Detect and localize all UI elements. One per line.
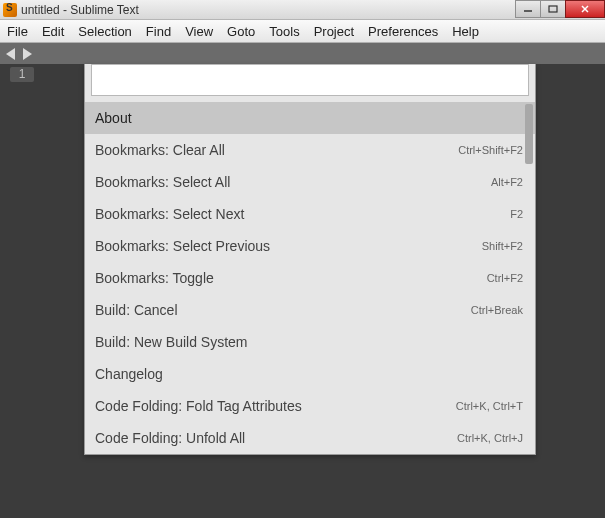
close-button[interactable] [565, 0, 605, 18]
palette-item-label: Code Folding: Unfold All [95, 430, 245, 446]
menu-selection[interactable]: Selection [71, 22, 138, 41]
title-bar: untitled - Sublime Text [0, 0, 605, 20]
palette-item-shortcut: Shift+F2 [482, 240, 523, 252]
menu-help[interactable]: Help [445, 22, 486, 41]
menu-bar: File Edit Selection Find View Goto Tools… [0, 20, 605, 43]
menu-view[interactable]: View [178, 22, 220, 41]
line-number-1: 1 [10, 67, 34, 82]
nav-forward-icon[interactable] [23, 48, 32, 60]
command-palette-input-wrap [85, 64, 535, 102]
app-icon [3, 3, 17, 17]
palette-item-label: Bookmarks: Clear All [95, 142, 225, 158]
palette-item-label: About [95, 110, 132, 126]
palette-item-label: Bookmarks: Select All [95, 174, 230, 190]
window-buttons [516, 0, 605, 19]
palette-item-bookmarks-select-all[interactable]: Bookmarks: Select All Alt+F2 [85, 166, 535, 198]
palette-item-code-folding-fold-tag-attributes[interactable]: Code Folding: Fold Tag Attributes Ctrl+K… [85, 390, 535, 422]
palette-item-label: Bookmarks: Select Next [95, 206, 244, 222]
palette-item-code-folding-unfold-all[interactable]: Code Folding: Unfold All Ctrl+K, Ctrl+J [85, 422, 535, 454]
minimize-button[interactable] [515, 0, 541, 18]
palette-item-shortcut: Ctrl+Shift+F2 [458, 144, 523, 156]
palette-item-bookmarks-select-next[interactable]: Bookmarks: Select Next F2 [85, 198, 535, 230]
palette-item-bookmarks-toggle[interactable]: Bookmarks: Toggle Ctrl+F2 [85, 262, 535, 294]
palette-item-build-new-build-system[interactable]: Build: New Build System [85, 326, 535, 358]
palette-item-label: Build: Cancel [95, 302, 178, 318]
window-title: untitled - Sublime Text [21, 3, 516, 17]
command-palette: About Bookmarks: Clear All Ctrl+Shift+F2… [84, 64, 536, 455]
palette-item-shortcut: Ctrl+Break [471, 304, 523, 316]
palette-item-shortcut: Ctrl+K, Ctrl+T [456, 400, 523, 412]
minimize-icon [523, 4, 533, 14]
palette-item-label: Changelog [95, 366, 163, 382]
command-palette-list: About Bookmarks: Clear All Ctrl+Shift+F2… [85, 102, 535, 454]
command-palette-input[interactable] [91, 64, 529, 96]
menu-file[interactable]: File [0, 22, 35, 41]
menu-goto[interactable]: Goto [220, 22, 262, 41]
palette-item-shortcut: Alt+F2 [491, 176, 523, 188]
palette-item-label: Build: New Build System [95, 334, 248, 350]
menu-edit[interactable]: Edit [35, 22, 71, 41]
nav-back-icon[interactable] [6, 48, 15, 60]
palette-item-label: Bookmarks: Toggle [95, 270, 214, 286]
menu-preferences[interactable]: Preferences [361, 22, 445, 41]
palette-item-bookmarks-clear-all[interactable]: Bookmarks: Clear All Ctrl+Shift+F2 [85, 134, 535, 166]
palette-item-shortcut: Ctrl+F2 [487, 272, 523, 284]
palette-item-label: Code Folding: Fold Tag Attributes [95, 398, 302, 414]
svg-rect-1 [549, 6, 557, 12]
editor-area: 1 About Bookmarks: Clear All Ctrl+Shift+… [0, 64, 605, 518]
palette-item-about[interactable]: About [85, 102, 535, 134]
palette-item-build-cancel[interactable]: Build: Cancel Ctrl+Break [85, 294, 535, 326]
menu-project[interactable]: Project [307, 22, 361, 41]
palette-item-shortcut: F2 [510, 208, 523, 220]
palette-scrollbar[interactable] [525, 104, 533, 164]
nav-toolbar [0, 43, 605, 64]
palette-item-shortcut: Ctrl+K, Ctrl+J [457, 432, 523, 444]
palette-item-changelog[interactable]: Changelog [85, 358, 535, 390]
palette-item-bookmarks-select-previous[interactable]: Bookmarks: Select Previous Shift+F2 [85, 230, 535, 262]
maximize-icon [548, 4, 558, 14]
maximize-button[interactable] [540, 0, 566, 18]
close-icon [580, 4, 590, 14]
menu-find[interactable]: Find [139, 22, 178, 41]
gutter: 1 [0, 64, 44, 518]
palette-item-label: Bookmarks: Select Previous [95, 238, 270, 254]
menu-tools[interactable]: Tools [262, 22, 306, 41]
